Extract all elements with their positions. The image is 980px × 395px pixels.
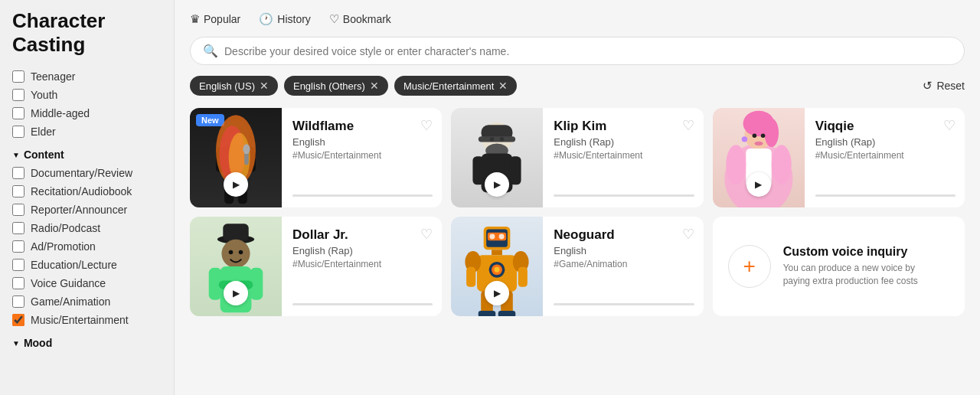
- card-dollarjr-info: ♡ Dollar Jr. English (Rap) #Music/Entert…: [282, 217, 442, 316]
- svg-point-36: [239, 250, 243, 255]
- svg-point-35: [229, 250, 234, 255]
- heart-button-viqqie[interactable]: ♡: [943, 117, 956, 134]
- play-button-neoguard[interactable]: ▶: [485, 281, 509, 305]
- card-klipkim-name: Klip Kim: [554, 119, 694, 134]
- sidebar-label-documentary: Documentary/Review: [31, 167, 132, 179]
- sidebar-label-game: Game/Animation: [31, 295, 110, 308]
- checkbox-ad[interactable]: [12, 240, 24, 253]
- nav-history[interactable]: 🕐 History: [259, 12, 311, 26]
- heart-button-klipkim[interactable]: ♡: [682, 117, 694, 134]
- checkbox-teenager[interactable]: [12, 70, 24, 83]
- custom-voice-title: Custom voice inquiry: [783, 245, 921, 259]
- sidebar-item-middle-aged[interactable]: Middle-aged: [12, 104, 162, 122]
- svg-point-52: [495, 267, 500, 273]
- reset-icon: ↺: [923, 79, 933, 93]
- audio-bar-wildflame[interactable]: [292, 194, 433, 197]
- chip-music-ent[interactable]: Music/Entertainment ✕: [394, 76, 518, 96]
- nav-popular-label: Popular: [204, 13, 240, 25]
- play-button-viqqie[interactable]: ▶: [746, 172, 771, 197]
- sidebar-item-teenager[interactable]: Teenager: [12, 67, 162, 86]
- checkbox-documentary[interactable]: [12, 167, 24, 179]
- play-button-wildflame[interactable]: ▶: [224, 172, 248, 197]
- chip-en-others[interactable]: English (Others) ✕: [284, 76, 388, 96]
- card-neoguard-lang: English: [554, 245, 694, 256]
- nav-popular[interactable]: ♛ Popular: [190, 12, 240, 26]
- sidebar-item-reporter[interactable]: Reporter/Announcer: [12, 201, 162, 219]
- sidebar-item-elder[interactable]: Elder: [12, 122, 162, 141]
- checkbox-game[interactable]: [12, 295, 24, 308]
- content-section-header[interactable]: ▼ Content: [12, 149, 162, 161]
- svg-point-31: [754, 142, 763, 146]
- checkbox-elder[interactable]: [12, 126, 24, 138]
- mood-section-header[interactable]: ▼ Mood: [12, 337, 162, 349]
- custom-voice-desc: You can produce a new voice by paying ex…: [783, 262, 921, 288]
- checkbox-radio[interactable]: [12, 222, 24, 234]
- sidebar-item-recitation[interactable]: Recitation/Audiobook: [12, 182, 162, 201]
- crown-icon: ♛: [190, 12, 200, 26]
- audio-bar-viqqie[interactable]: [815, 194, 956, 197]
- card-dollarjr-image: ▶: [190, 217, 282, 316]
- search-icon: 🔍: [203, 44, 218, 58]
- svg-point-28: [771, 145, 791, 184]
- nav-bookmark[interactable]: ♡ Bookmark: [329, 12, 391, 26]
- card-dollarjr-tag: #Music/Entertainment: [292, 259, 433, 269]
- sidebar-label-youth: Youth: [31, 89, 57, 101]
- checkbox-middle-aged[interactable]: [12, 107, 24, 119]
- svg-point-20: [500, 137, 505, 142]
- play-button-klipkim[interactable]: ▶: [485, 172, 509, 197]
- svg-point-25: [741, 136, 746, 142]
- card-klipkim-tag: #Music/Entertainment: [554, 150, 694, 161]
- checkbox-reporter[interactable]: [12, 204, 24, 216]
- card-wildflame-lang: English: [292, 136, 433, 148]
- card-dollarjr: ▶ ♡ Dollar Jr. English (Rap) #Music/Ente…: [190, 217, 442, 316]
- mood-section-label: Mood: [24, 337, 52, 349]
- nav-bookmark-label: Bookmark: [343, 13, 391, 25]
- card-viqqie-info: ♡ Viqqie English (Rap) #Music/Entertainm…: [805, 108, 965, 207]
- heart-button-wildflame[interactable]: ♡: [420, 117, 433, 134]
- search-input[interactable]: [224, 45, 952, 57]
- audio-bar-klipkim[interactable]: [554, 194, 694, 197]
- svg-point-10: [243, 144, 250, 154]
- heart-button-neoguard[interactable]: ♡: [682, 226, 694, 243]
- card-neoguard-info: ♡ Neoguard English #Game/Animation: [543, 217, 703, 316]
- checkbox-voice-guidance[interactable]: [12, 277, 24, 289]
- content-section-label: Content: [24, 149, 64, 161]
- audio-bar-neoguard[interactable]: [554, 303, 694, 305]
- checkbox-recitation[interactable]: [12, 185, 24, 198]
- sidebar-item-ad[interactable]: Ad/Promotion: [12, 237, 162, 256]
- nav-history-label: History: [277, 13, 311, 25]
- sidebar-item-documentary[interactable]: Documentary/Review: [12, 164, 162, 182]
- sidebar-item-education[interactable]: Education/Lecture: [12, 256, 162, 274]
- chip-en-us-close[interactable]: ✕: [260, 80, 269, 92]
- sidebar-label-education: Education/Lecture: [31, 259, 117, 271]
- sidebar-label-recitation: Recitation/Audiobook: [31, 185, 132, 198]
- card-wildflame-tag: #Music/Entertainment: [292, 150, 433, 161]
- card-viqqie: ▶ ♡ Viqqie English (Rap) #Music/Entertai…: [713, 108, 965, 207]
- chip-music-ent-close[interactable]: ✕: [498, 80, 508, 92]
- reset-button[interactable]: ↺ Reset: [923, 79, 965, 93]
- svg-rect-59: [479, 311, 496, 316]
- checkbox-music[interactable]: [12, 314, 24, 326]
- top-nav: ♛ Popular 🕐 History ♡ Bookmark: [190, 12, 965, 26]
- sidebar-item-voice-guidance[interactable]: Voice Guidance: [12, 274, 162, 292]
- card-wildflame-info: ♡ Wildflame English #Music/Entertainment: [282, 108, 442, 207]
- svg-point-29: [752, 133, 756, 138]
- sidebar-item-game[interactable]: Game/Animation: [12, 292, 162, 311]
- sidebar-label-reporter: Reporter/Announcer: [31, 204, 127, 216]
- svg-rect-56: [518, 267, 528, 287]
- clock-icon: 🕐: [259, 12, 273, 26]
- checkbox-youth[interactable]: [12, 89, 24, 101]
- heart-button-dollarjr[interactable]: ♡: [420, 226, 433, 243]
- svg-point-34: [221, 240, 250, 268]
- checkbox-education[interactable]: [12, 259, 24, 271]
- chip-en-us[interactable]: English (US) ✕: [190, 76, 278, 96]
- sidebar-item-music[interactable]: Music/Entertainment: [12, 311, 162, 329]
- card-custom-voice[interactable]: + Custom voice inquiry You can produce a…: [713, 217, 965, 316]
- sidebar-item-radio[interactable]: Radio/Podcast: [12, 219, 162, 237]
- page-title: Character Casting: [12, 9, 162, 57]
- chip-en-others-close[interactable]: ✕: [370, 80, 379, 92]
- audio-bar-dollarjr[interactable]: [292, 303, 433, 305]
- play-button-dollarjr[interactable]: ▶: [224, 281, 248, 305]
- card-klipkim-lang: English (Rap): [554, 136, 694, 148]
- sidebar-item-youth[interactable]: Youth: [12, 86, 162, 104]
